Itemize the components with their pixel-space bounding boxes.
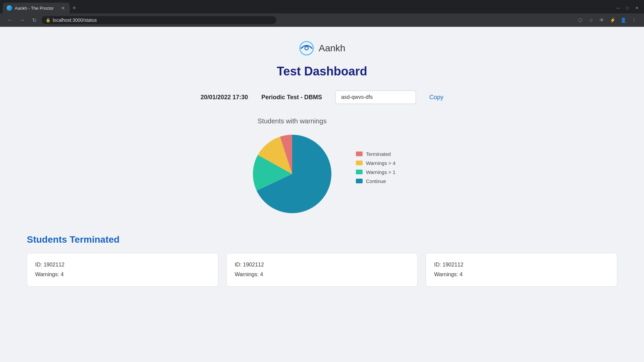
legend-label-warnings-gt1: Warnings > 1	[366, 169, 395, 175]
tab-favicon	[7, 5, 12, 11]
app-name: Aankh	[319, 43, 345, 54]
copy-button[interactable]: Copy	[429, 94, 443, 101]
close-button[interactable]: ✕	[633, 5, 641, 11]
maximize-button[interactable]: □	[624, 5, 631, 11]
app-header: Aankh	[0, 40, 644, 56]
student-card-1-warnings: Warnings: 4	[35, 270, 210, 280]
legend-label-warnings-gt4: Warnings > 4	[366, 160, 395, 166]
menu-icon[interactable]: ⋮	[629, 15, 639, 25]
lock-icon: 🔒	[46, 18, 51, 22]
page-title: Test Dashboard	[0, 64, 644, 78]
student-card-2-id: ID: 1902112	[235, 260, 410, 270]
chart-title: Students with warnings	[258, 117, 327, 125]
pie-chart	[249, 130, 336, 218]
url-bar[interactable]: 🔒 localhost:3000/status	[42, 16, 276, 24]
legend-color-continue	[356, 179, 363, 183]
url-text: localhost:3000/status	[53, 17, 97, 23]
svg-point-1	[305, 47, 308, 50]
student-card-1: ID: 1902112 Warnings: 4	[27, 253, 218, 287]
test-code-input[interactable]	[335, 90, 416, 104]
legend-item-warnings-gt1: Warnings > 1	[356, 169, 395, 175]
student-card-3: ID: 1902112 Warnings: 4	[426, 253, 617, 287]
student-card-1-id: ID: 1902112	[35, 260, 210, 270]
test-name: Periodic Test - DBMS	[261, 94, 322, 101]
bookmark-icon[interactable]: ☆	[586, 15, 596, 25]
tab-bar: Aankh - The Proctor ✕ + ─ □ ✕	[0, 0, 644, 13]
legend-label-terminated: Terminated	[366, 151, 391, 157]
student-card-1-text: ID: 1902112 Warnings: 4	[35, 260, 210, 280]
browser-chrome: Aankh - The Proctor ✕ + ─ □ ✕ ← → ↻ 🔒 lo…	[0, 0, 644, 27]
back-button[interactable]: ←	[5, 15, 15, 25]
tab-title: Aankh - The Proctor	[15, 6, 58, 11]
test-info-bar: 20/01/2022 17:30 Periodic Test - DBMS Co…	[0, 90, 644, 104]
test-date: 20/01/2022 17:30	[201, 94, 248, 101]
student-card-3-text: ID: 1902112 Warnings: 4	[434, 260, 609, 280]
page-content: Aankh Test Dashboard 20/01/2022 17:30 Pe…	[0, 27, 644, 362]
chart-legend: Terminated Warnings > 4 Warnings > 1 Con…	[356, 151, 395, 184]
new-tab-button[interactable]: +	[70, 3, 79, 13]
legend-color-warnings-gt4	[356, 161, 363, 165]
legend-item-terminated: Terminated	[356, 151, 395, 157]
chart-section: Students with warnings	[0, 117, 644, 218]
toolbar-right: ⬡ ☆ 👁 ⚡ 👤 ⋮	[576, 15, 639, 25]
browser-tab[interactable]: Aankh - The Proctor ✕	[3, 3, 70, 13]
student-cards-row: ID: 1902112 Warnings: 4 ID: 1902112 Warn…	[27, 253, 617, 287]
legend-color-terminated	[356, 152, 363, 156]
chart-container: Students with warnings	[249, 117, 336, 218]
forward-button[interactable]: →	[17, 15, 27, 25]
app-logo	[299, 40, 315, 56]
share-icon[interactable]: ⬡	[576, 15, 585, 25]
legend-item-warnings-gt4: Warnings > 4	[356, 160, 395, 166]
window-controls: ─ □ ✕	[614, 5, 644, 11]
student-card-2-warnings: Warnings: 4	[235, 270, 410, 280]
student-card-2-text: ID: 1902112 Warnings: 4	[235, 260, 410, 280]
student-card-3-id: ID: 1902112	[434, 260, 609, 270]
student-card-2: ID: 1902112 Warnings: 4	[226, 253, 418, 287]
profile-icon[interactable]: 👤	[619, 15, 628, 25]
extensions-icon[interactable]: ⚡	[608, 15, 617, 25]
legend-item-continue: Continue	[356, 178, 395, 184]
reload-button[interactable]: ↻	[30, 15, 39, 25]
student-card-3-warnings: Warnings: 4	[434, 270, 609, 280]
minimize-button[interactable]: ─	[614, 5, 622, 11]
terminated-section: Students Terminated ID: 1902112 Warnings…	[0, 234, 644, 287]
eye-icon[interactable]: 👁	[597, 15, 606, 25]
address-bar: ← → ↻ 🔒 localhost:3000/status ⬡ ☆ 👁 ⚡ 👤 …	[0, 13, 644, 27]
legend-label-continue: Continue	[366, 178, 386, 184]
tab-close-button[interactable]: ✕	[60, 5, 66, 11]
legend-color-warnings-gt1	[356, 170, 363, 174]
terminated-section-title: Students Terminated	[27, 234, 617, 245]
